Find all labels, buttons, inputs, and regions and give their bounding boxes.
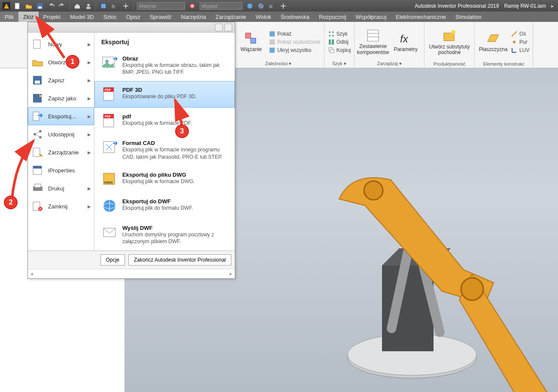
menu-srodowiska[interactable]: Środowiska (276, 12, 314, 22)
undo-icon[interactable] (47, 2, 55, 10)
annotation-marker-3: 3 (176, 125, 188, 137)
svg-rect-24 (367, 30, 379, 41)
app-name: Autodesk Inventor Professional 2019 (415, 3, 499, 9)
menu-narzedzia[interactable]: Narzędzia (176, 12, 211, 22)
new-icon[interactable] (14, 2, 21, 10)
ribbon-luw-button[interactable]: LUV (511, 47, 529, 54)
appearance-combo[interactable]: Wygląd (200, 2, 243, 10)
titlebar: fx Materiał Wygląd fx Autodesk Inventor … (0, 0, 558, 12)
svg-rect-14 (251, 38, 256, 43)
ribbon-group-zarzadzaj: Zarządzaj ▾ (358, 60, 421, 68)
image-export-icon (102, 55, 117, 71)
menu-sprawdz[interactable]: Sprawdź (145, 12, 176, 22)
menu-model3d[interactable]: Model 3D (65, 12, 99, 22)
mail-icon (102, 225, 117, 240)
ribbon-group-elementy: Elementy konstrukc (478, 60, 529, 68)
home-icon[interactable] (73, 2, 81, 10)
menu-simulation[interactable]: Simulation (451, 12, 486, 22)
ribbon-pokaz-uszkodzone-button[interactable]: Pokaż uszkodzone (269, 39, 321, 45)
menu-szkic[interactable]: Szkic (99, 12, 121, 22)
svg-rect-43 (33, 112, 39, 121)
annotation-arrow-1 (13, 11, 69, 66)
export-obraz[interactable]: ObrazEksportuj plik w formacie obrazu, t… (94, 50, 235, 81)
plus2-icon[interactable] (279, 2, 287, 10)
menu-widok[interactable]: Widok (251, 12, 276, 22)
svg-line-30 (512, 31, 517, 36)
export-icon (32, 111, 44, 121)
ribbon-pokaz-button[interactable]: Pokaż (269, 30, 321, 37)
ribbon-os-button[interactable]: Oś (511, 30, 529, 37)
toolbar-recent-icon[interactable] (224, 24, 232, 31)
appearance-apply-icon[interactable] (246, 2, 254, 10)
ribbon-kopiuj-button[interactable]: Kopiuj (328, 47, 351, 54)
model-mechanical-arm (253, 120, 558, 392)
svg-text:fx: fx (112, 4, 115, 9)
menu-rozpocznij[interactable]: Rozpocznij (314, 12, 351, 22)
menu-zarzadzanie[interactable]: Zarządzanie (211, 12, 251, 22)
ribbon-parametry-button[interactable]: fx Parametry (391, 31, 421, 52)
annotation-marker-2: 2 (5, 196, 17, 208)
open-icon[interactable] (25, 2, 33, 10)
pdf3d-icon: PDF (102, 87, 117, 102)
options-button[interactable]: Opcje (100, 254, 125, 265)
file-item-zapisz[interactable]: Zapisz▶ (28, 71, 94, 89)
menubar: Plik Złóż Projekt Model 3D Szkic Opisz S… (0, 12, 558, 22)
svg-point-29 (451, 30, 455, 34)
ribbon-plaszczyzna-button[interactable]: Płaszczyzna (478, 31, 508, 52)
ribbon-substytuty-button[interactable]: Utwórz substytuty pochodne (428, 29, 471, 55)
appearance-remove-icon[interactable] (257, 2, 265, 10)
svg-point-18 (329, 31, 331, 33)
file-menu-scroll[interactable]: ◂▸ (28, 269, 235, 278)
app-logo-icon (3, 2, 10, 10)
svg-point-21 (332, 35, 334, 36)
ribbon-group-produktywnosc: Produktywność (428, 60, 471, 68)
toolbar-pin-icon[interactable] (215, 24, 223, 31)
export-header: Eksportuj (94, 33, 235, 50)
export-dwf[interactable]: Eksportuj do DWFEksportuj plik do format… (94, 193, 235, 219)
svg-rect-1 (15, 3, 19, 9)
fx2-icon[interactable]: fx (268, 2, 276, 10)
export-pdf3d[interactable]: PDF PDF 3DEksportowanie do pliku PDF 3D. (94, 81, 235, 108)
ribbon-szyk-button[interactable]: Szyk (328, 30, 351, 37)
svg-text:fx: fx (269, 4, 273, 9)
annotation-arrow-2 (4, 129, 43, 202)
menu-opisz[interactable]: Opisz (121, 12, 145, 22)
save-as-icon (32, 93, 44, 103)
cad-icon (102, 140, 117, 155)
material-combo[interactable]: Materiał (137, 2, 185, 10)
menu-elektromech[interactable]: Elektromechaniczne (391, 12, 451, 22)
redo-icon[interactable] (58, 2, 66, 10)
team-icon[interactable] (85, 2, 92, 10)
ribbon-odbij-button[interactable]: Odbij (328, 39, 351, 45)
svg-rect-16 (270, 39, 275, 45)
export-pdf[interactable]: PDF pdfEksportuj plik w formacie PDF. (94, 108, 235, 134)
ribbon-punkt-button[interactable]: Pur (511, 39, 529, 45)
dwg-icon: DWG (102, 172, 117, 187)
pdf-icon: PDF (102, 113, 117, 129)
document-name: Ramię RW-01.iam (504, 3, 546, 9)
svg-rect-17 (270, 48, 275, 53)
fx-icon[interactable]: fx (111, 2, 118, 10)
cube-icon[interactable] (100, 2, 107, 10)
export-dwg[interactable]: DWG Eksportuj do pliku DWGEksportuj plik… (94, 166, 235, 193)
svg-text:fx: fx (400, 33, 409, 45)
file-item-zapisz-jako[interactable]: Zapisz jako▶ (28, 89, 94, 107)
export-wyslij-dwf[interactable]: Wyślij DWFUruchom domyślny program poczt… (94, 219, 235, 250)
svg-rect-5 (86, 7, 91, 9)
menu-wspolpracuj[interactable]: Współpracuj (351, 12, 391, 22)
exit-button[interactable]: Zakończ Autodesk Inventor Professional (128, 254, 231, 265)
svg-text:PDF: PDF (105, 88, 111, 91)
ribbon-zestawienie-button[interactable]: Zestawienie komponentów (358, 28, 388, 55)
material-picker-icon[interactable] (188, 2, 196, 10)
svg-point-31 (513, 41, 516, 43)
ribbon-wiazanie-button[interactable]: Wiązanie (236, 31, 266, 52)
svg-rect-23 (331, 49, 334, 53)
file-item-eksportuj[interactable]: Eksportuj...▶ (28, 107, 94, 125)
svg-rect-15 (270, 31, 275, 36)
plus-icon[interactable] (122, 2, 130, 10)
quick-access-toolbar: fx Materiał Wygląd fx (0, 2, 290, 10)
dwf-icon (102, 198, 117, 214)
save-icon[interactable] (36, 2, 44, 10)
ribbon-ukryj-button[interactable]: Ukryj wszystko (269, 47, 321, 54)
export-cad[interactable]: Format CADEksportuj plik w formacie inne… (94, 134, 235, 166)
